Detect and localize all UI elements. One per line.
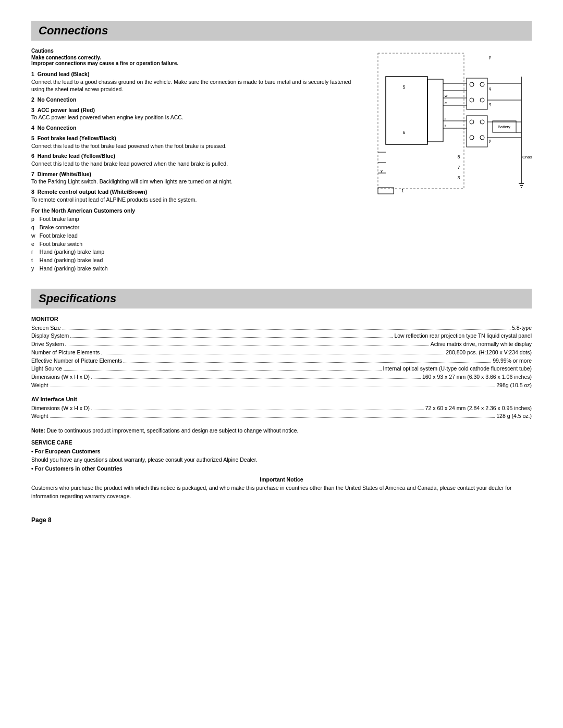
svg-point-12 [470, 98, 474, 102]
svg-rect-9 [467, 78, 487, 109]
spec-value: 298g (10.5 oz) [496, 381, 532, 390]
item-desc: To remote control input lead of ALPINE p… [31, 196, 197, 203]
other-customers: • For Customers in other Countries [31, 464, 532, 473]
item-desc: To ACC power lead powered when engine ke… [31, 114, 183, 120]
svg-point-19 [480, 120, 484, 124]
svg-text:y: y [381, 168, 383, 173]
spec-dots [63, 329, 510, 330]
wiring-svg: 5 6 [375, 48, 532, 225]
svg-text:1: 1 [401, 188, 404, 193]
spec-label: Number of Picture Elements [31, 349, 100, 357]
connections-list: 1 Ground lead (Black) Connect the lead t… [31, 70, 365, 203]
spec-value: 280,800 pcs. (H:1200 x V:234 dots) [446, 349, 532, 357]
spec-label: Weight [31, 412, 48, 421]
list-item: q Brake connector [31, 224, 365, 232]
spec-value: 5.8-type [512, 324, 532, 332]
av-interface-title: AV Interface Unit [31, 396, 532, 402]
svg-text:q: q [489, 86, 491, 91]
list-item: 8 Remote control output lead (White/Brow… [31, 188, 365, 203]
connections-header: Connections [31, 21, 532, 41]
na-title: For the North American Customers only [31, 207, 365, 214]
spec-label: Dimensions (W x H x D) [31, 404, 90, 413]
spec-row: Light Source Internal optical system (U-… [31, 365, 532, 373]
cautions-line1: Make connections correctly. [31, 55, 365, 60]
svg-text:7: 7 [457, 165, 460, 170]
spec-label: Screen Size [31, 324, 61, 332]
svg-text:Battery: Battery [498, 125, 510, 129]
specifications-section: Specifications MONITOR Screen Size 5.8-t… [31, 289, 532, 501]
north-american-section: For the North American Customers only p … [31, 207, 365, 273]
cautions-line2: Improper connections may cause a fire or… [31, 60, 365, 66]
svg-point-20 [470, 135, 474, 140]
connections-title: Connections [39, 24, 524, 38]
svg-rect-4 [427, 79, 443, 142]
list-item: 1 Ground lead (Black) Connect the lead t… [31, 70, 365, 93]
av-interface-group: AV Interface Unit Dimensions (W x H x D)… [31, 396, 532, 421]
svg-text:w: w [444, 93, 448, 98]
svg-text:p: p [489, 55, 492, 59]
svg-point-18 [470, 120, 474, 124]
na-list: p Foot brake lamp q Brake connector w Fo… [31, 215, 365, 273]
list-item: r Hand (parking) brake lamp [31, 248, 365, 256]
spec-value: Internal optical system (U-type cold cat… [383, 365, 532, 373]
spec-dots [91, 378, 421, 379]
list-item: 2 No Connection [31, 96, 365, 104]
european-customers: • For European Customers Should you have… [31, 447, 532, 465]
svg-text:5: 5 [402, 84, 405, 90]
svg-text:3: 3 [457, 175, 460, 180]
list-item: p Foot brake lamp [31, 215, 365, 224]
list-item: w Foot brake lead [31, 232, 365, 240]
spec-value: Active matrix drive, normally white disp… [431, 340, 532, 349]
item-desc: Connect this lead to the foot brake lead… [31, 143, 227, 149]
svg-text:Chassis: Chassis [522, 155, 532, 159]
spec-value: Low reflection rear projection type TN l… [394, 332, 532, 340]
svg-text:y: y [489, 138, 491, 143]
spec-label: Effective Number of Picture Elements [31, 357, 122, 365]
spec-dots [64, 370, 382, 371]
svg-point-21 [480, 135, 484, 140]
spec-dots [50, 417, 495, 418]
spec-row: Weight 128 g (4.5 oz.) [31, 412, 532, 421]
connections-left: Cautions Make connections correctly. Imp… [31, 48, 365, 273]
spec-label: Weight [31, 381, 48, 390]
spec-note: Note: Due to continuous product improvem… [31, 427, 532, 435]
service-care-title: SERVICE CARE [31, 438, 532, 447]
list-item: 3 ACC power lead (Red) To ACC power lead… [31, 106, 365, 121]
item-desc: Connect this lead to the hand brake lead… [31, 161, 228, 167]
list-item: t Hand (parking) brake lead [31, 256, 365, 265]
svg-point-13 [480, 98, 484, 102]
spec-row: Number of Picture Elements 280,800 pcs. … [31, 349, 532, 357]
connections-section: Connections Cautions Make connections co… [31, 21, 532, 273]
list-item: 6 Hand brake lead (Yellow/Blue) Connect … [31, 152, 365, 167]
important-notice-text: Customers who purchase the product with … [31, 484, 532, 501]
specifications-title: Specifications [39, 292, 524, 305]
spec-row: Dimensions (W x H x D) 72 x 60 x 24 mm (… [31, 404, 532, 413]
important-notice-title: Important Notice [31, 476, 532, 483]
svg-rect-17 [467, 116, 487, 147]
list-item: 7 Dimmer (White/Blue) To the Parking Lig… [31, 170, 365, 186]
svg-text:r: r [445, 116, 446, 121]
spec-row: Drive System Active matrix drive, normal… [31, 340, 532, 349]
monitor-group: MONITOR Screen Size 5.8-type Display Sys… [31, 316, 532, 390]
item-desc: To the Parking Light switch. Backlightin… [31, 178, 232, 184]
svg-text:8: 8 [457, 154, 460, 159]
wiring-diagram: 5 6 [375, 48, 532, 225]
monitor-title: MONITOR [31, 316, 532, 322]
list-item: e Foot brake switch [31, 240, 365, 249]
list-item: 4 No Connection [31, 124, 365, 132]
spec-row: Screen Size 5.8-type [31, 324, 532, 332]
spec-value: 160 x 93 x 27 mm (6.30 x 3.66 x 1.06 inc… [422, 373, 532, 381]
item-desc: Connect the lead to a good chassis groun… [31, 79, 351, 93]
wiring-diagram-container: 5 6 [375, 48, 532, 273]
spec-dots [101, 354, 444, 354]
spec-row: Dimensions (W x H x D) 160 x 93 x 27 mm … [31, 373, 532, 381]
specifications-header: Specifications [31, 289, 532, 309]
svg-point-10 [470, 82, 474, 87]
spec-value: 99.99% or more [493, 357, 532, 365]
list-item: 5 Foot brake lead (Yellow/Black) Connect… [31, 134, 365, 150]
svg-text:t: t [445, 124, 446, 128]
svg-text:6: 6 [402, 130, 405, 135]
spec-value: 72 x 60 x 24 mm (2.84 x 2.36 x 0.95 inch… [425, 404, 532, 413]
page-number: Page 8 [31, 516, 532, 524]
connections-content: Cautions Make connections correctly. Imp… [31, 48, 532, 273]
